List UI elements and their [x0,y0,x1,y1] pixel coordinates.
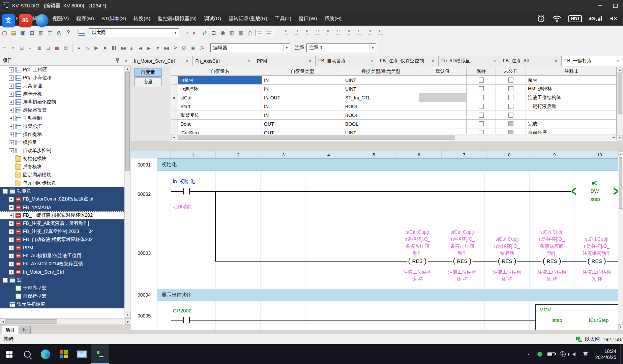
tree-item[interactable]: FB_注液_仅真空控制:2023一一04 [0,228,124,236]
menu-help[interactable]: 帮助(H) [321,11,345,26]
tree-item[interactable]: FB_YAMAHA [0,203,124,211]
rung-number[interactable]: 00002 [131,171,157,217]
tree-item-device-init[interactable]: 软元件初始值 [0,300,124,308]
close-tab-icon[interactable] [369,59,374,63]
fkey-button[interactable]: F9 [365,29,375,36]
monitor-mode-icon[interactable] [209,28,218,37]
skip-first-icon[interactable] [118,44,127,52]
fkey-button[interactable]: F8 [344,29,354,36]
cell-datatype[interactable]: BOOL [343,102,419,111]
keep-checkbox[interactable] [479,104,484,109]
tree-item[interactable]: PPM [0,244,124,252]
tree-item[interactable]: Prg_小车位移 [0,74,124,82]
cell-default[interactable] [419,85,467,93]
tree-item[interactable]: fn_Motor_Serv_Ctrl [0,268,124,276]
expand-icon[interactable] [9,92,14,97]
rung-grid[interactable]: stCtrl.Cup[i n选择杯].O_ 备液常压阀 动作 RES 注液工位结… [171,217,619,289]
tools-icon[interactable] [61,44,70,52]
grid-view-icon[interactable] [35,44,44,52]
close-tab-icon[interactable] [554,59,559,63]
scroll-up-button[interactable] [618,151,623,157]
expand-icon[interactable] [9,124,14,129]
res-coil[interactable]: RES [587,256,607,266]
cell-type[interactable]: IN [262,76,343,85]
tree-item-macros[interactable]: 宏 [0,276,124,284]
editor-tab[interactable]: Fn_AxisCtrl [192,56,254,66]
cell-name[interactable]: stCtrl [178,93,262,102]
red-app-icon[interactable]: 86 [19,14,32,27]
scroll-left-button[interactable] [0,318,6,325]
contact-symbol[interactable] [183,317,184,323]
tree-item[interactable]: 模拟量 [0,139,124,147]
tab-project[interactable]: 项目 [2,326,18,334]
row-selector[interactable] [171,120,178,128]
dw-instruction[interactable]: #0 DW istep [571,179,618,203]
mail-button[interactable] [73,344,91,364]
print-preview-icon[interactable] [46,28,55,37]
row-selector[interactable] [171,76,178,85]
expand-icon[interactable] [9,237,14,242]
unpublished-checkbox[interactable] [508,78,513,83]
alipay-icon[interactable]: 支 [2,14,15,27]
tree-item[interactable]: 单元间同步模块 [0,179,124,187]
tray-app-button[interactable] [534,344,545,364]
volume-button[interactable] [568,344,580,364]
run-icon[interactable] [171,44,180,52]
maximize-button[interactable] [607,0,623,11]
editor-tab[interactable]: PPM [254,56,316,66]
comment-select[interactable]: 注释 1 [306,43,376,52]
kv-studio-taskbar-button[interactable] [91,344,109,364]
editor-tab[interactable]: Fn_AD模拟量 [439,56,500,66]
expand-icon[interactable] [9,140,14,145]
window-split-icon[interactable] [44,44,53,52]
cell-type[interactable]: OUT [262,128,343,134]
expand-icon[interactable] [9,100,14,105]
expand-icon[interactable] [9,213,14,218]
editor-tab[interactable]: FB_自动备液 [316,56,377,66]
expand-icon[interactable] [9,221,14,226]
contact-symbol[interactable] [189,188,190,194]
step-down-icon[interactable] [153,44,162,52]
menu-debug[interactable]: 调试(D) [200,11,225,26]
cell-name[interactable]: 报警复位 [178,111,262,120]
expand-icon[interactable] [9,262,14,267]
rung-number[interactable]: 00003 [131,217,157,289]
tree-item-function-blocks[interactable]: 功能块 [0,187,124,195]
expand-icon[interactable] [9,116,14,121]
cell-comment[interactable] [526,111,617,120]
scroll-up-button[interactable] [617,67,623,73]
close-tab-icon[interactable] [185,59,189,63]
row-selector[interactable] [171,85,178,93]
chevron-down-icon[interactable] [172,29,179,37]
convert-icon[interactable] [26,44,35,52]
editor-mode-select[interactable]: 编辑器 [210,43,290,52]
unpublished-checkbox[interactable] [508,104,513,109]
tree-item[interactable]: 初始化模块 [0,155,124,163]
editor-tab[interactable]: FB_注液_All [500,56,561,66]
scroll-down-button[interactable] [618,324,623,330]
tree-item[interactable]: 自动单步控制 [0,147,124,155]
pin-icon[interactable] [116,58,120,63]
close-tab-icon[interactable] [431,59,436,63]
tree-item[interactable]: 感应器报警 [0,106,124,114]
transfer-to-plc-icon[interactable] [182,28,191,37]
tree-item[interactable]: 固定周期模块 [0,171,124,179]
minimize-button[interactable] [592,0,607,11]
save-icon[interactable] [18,28,27,37]
menu-program[interactable]: 程序(M) [72,11,98,26]
cell-type[interactable]: OUT [262,120,343,128]
ladder-edit-icon[interactable] [77,28,86,37]
chevron-down-icon[interactable] [369,44,376,52]
clock-button[interactable]: 18:24 2024/6/25 [591,348,620,360]
cell-default[interactable] [419,111,467,120]
cell-default[interactable] [419,128,467,134]
show-desktop-button[interactable] [620,344,623,364]
scroll-up-button[interactable] [125,66,130,72]
unpublished-checkbox[interactable] [508,113,513,118]
transfer-from-plc-icon[interactable] [191,28,200,37]
cell-comment[interactable]: HMI 选择杯 [526,85,617,93]
tree-item[interactable]: 后备模块 [0,163,124,171]
scrollbar-thumb[interactable] [6,319,57,324]
expand-icon[interactable] [9,132,14,137]
edge-button[interactable] [36,344,55,364]
